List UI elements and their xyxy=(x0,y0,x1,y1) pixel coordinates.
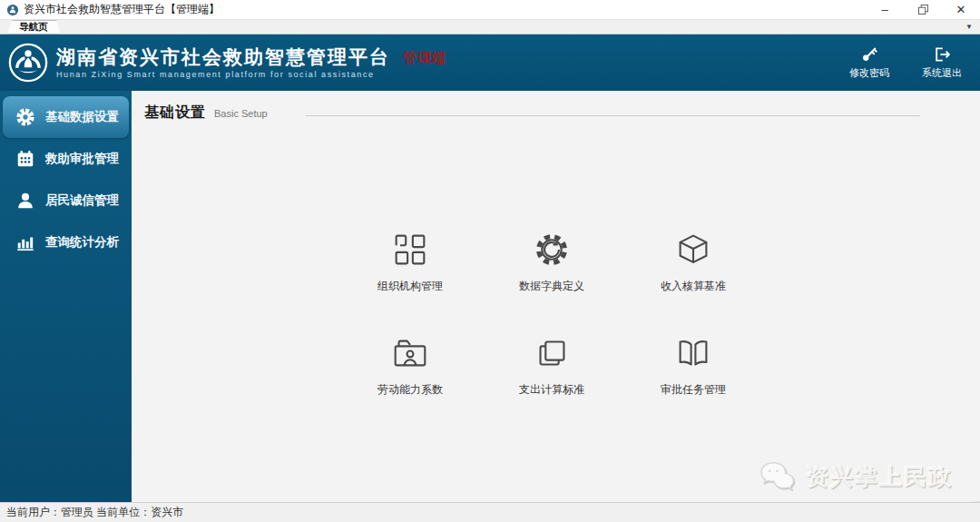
platform-title: 湖南省资兴市社会救助智慧管理平台 xyxy=(56,46,390,67)
window-title-bar: 资兴市社会救助智慧管理平台【管理端】 – ✕ xyxy=(0,0,980,20)
key-icon xyxy=(860,45,878,64)
change-password-label: 修改密码 xyxy=(849,66,889,80)
sidebar-item-label: 基础数据设置 xyxy=(45,109,119,125)
calendar-icon xyxy=(15,149,35,169)
person-icon xyxy=(15,191,35,211)
watermark: 资兴掌上民政 xyxy=(759,460,953,493)
tab-overflow-caret-icon[interactable]: ▼ xyxy=(965,23,973,31)
tab-bar: 导航页 ▼ xyxy=(0,20,980,34)
app-logo-icon xyxy=(6,4,19,16)
tab-navigation-page[interactable]: 导航页 xyxy=(6,20,61,34)
restore-icon xyxy=(918,5,928,15)
item-organization-management[interactable]: 组织机构管理 xyxy=(341,229,479,294)
item-label: 劳动能力系数 xyxy=(377,382,443,398)
item-income-benchmark[interactable]: 收入核算基准 xyxy=(624,229,762,294)
item-labor-capacity[interactable]: 劳动能力系数 xyxy=(341,332,479,398)
window-title: 资兴市社会救助智慧管理平台【管理端】 xyxy=(24,2,220,17)
item-approval-task[interactable]: 审批任务管理 xyxy=(624,332,762,398)
close-button[interactable]: ✕ xyxy=(942,0,980,19)
header-actions: 修改密码 系统退出 xyxy=(849,45,962,80)
overlap-squares-icon xyxy=(531,332,573,374)
sidebar-nav: 基础数据设置 救助审批管理 居民诚信管理 xyxy=(0,91,132,502)
item-label: 收入核算基准 xyxy=(661,279,726,294)
sidebar-item-query-statistics[interactable]: 查询统计分析 xyxy=(0,222,132,263)
wechat-icon xyxy=(759,460,797,493)
sidebar-item-assistance-approval[interactable]: 救助审批管理 xyxy=(0,138,132,180)
item-expenditure-standard[interactable]: 支出计算标准 xyxy=(483,332,621,398)
header-title-block: 湖南省资兴市社会救助智慧管理平台 管理端 Hunan ZiXing Smart … xyxy=(56,46,446,79)
status-bar: 当前用户：管理员 当前单位：资兴市 xyxy=(0,502,980,522)
open-book-icon xyxy=(672,332,714,374)
cube-icon xyxy=(672,229,714,271)
app-header: 湖南省资兴市社会救助智慧管理平台 管理端 Hunan ZiXing Smart … xyxy=(0,34,980,91)
gear-sync-icon xyxy=(531,229,573,271)
folder-person-icon xyxy=(389,332,431,374)
section-divider xyxy=(306,115,920,116)
section-header: 基础设置 Basic Setup xyxy=(144,103,268,123)
platform-subtitle: Hunan ZiXing Smart management platform f… xyxy=(56,70,446,79)
item-label: 组织机构管理 xyxy=(377,279,443,294)
basic-setup-grid: 组织机构管理 数据字典定义 收入核算基准 xyxy=(341,229,762,398)
logout-button[interactable]: 系统退出 xyxy=(922,45,962,80)
admin-side-badge: 管理端 xyxy=(403,50,446,67)
gear-icon xyxy=(15,107,35,127)
sidebar-item-label: 救助审批管理 xyxy=(45,151,119,167)
sidebar-item-basic-data-settings[interactable]: 基础数据设置 xyxy=(3,96,129,138)
section-title: 基础设置 xyxy=(144,103,206,123)
item-data-dictionary[interactable]: 数据字典定义 xyxy=(483,229,621,294)
restore-button[interactable] xyxy=(904,0,942,19)
sidebar-item-label: 查询统计分析 xyxy=(45,234,119,251)
item-label: 审批任务管理 xyxy=(661,382,726,398)
minimize-button[interactable]: – xyxy=(866,0,904,19)
watermark-label: 资兴掌上民政 xyxy=(806,462,953,492)
status-text: 当前用户：管理员 当前单位：资兴市 xyxy=(6,505,183,520)
sidebar-item-label: 居民诚信管理 xyxy=(45,192,119,209)
platform-logo-icon xyxy=(7,42,49,84)
grid-squares-icon xyxy=(389,229,431,271)
item-label: 数据字典定义 xyxy=(519,279,584,294)
bar-chart-icon xyxy=(15,232,35,252)
application-window: 资兴市社会救助智慧管理平台【管理端】 – ✕ 导航页 ▼ xyxy=(0,0,980,522)
main-content: 基础设置 Basic Setup 组织机构管理 xyxy=(132,91,980,502)
logout-icon xyxy=(933,45,951,64)
change-password-button[interactable]: 修改密码 xyxy=(849,45,889,80)
section-subtitle: Basic Setup xyxy=(214,108,268,119)
item-label: 支出计算标准 xyxy=(519,382,584,398)
logout-label: 系统退出 xyxy=(922,66,962,80)
window-controls: – ✕ xyxy=(866,0,980,19)
sidebar-item-resident-integrity[interactable]: 居民诚信管理 xyxy=(0,180,132,222)
